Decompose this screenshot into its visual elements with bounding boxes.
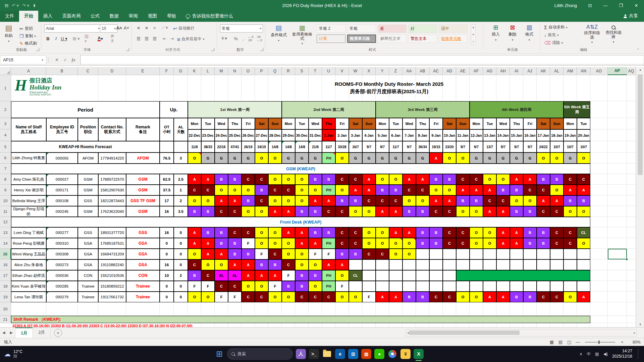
- shift-cell[interactable]: B: [349, 249, 362, 259]
- scroll-down-icon[interactable]: ▼: [636, 322, 644, 327]
- shift-cell[interactable]: PH: [322, 238, 335, 249]
- column-header-AO[interactable]: AO: [590, 67, 608, 75]
- volume-icon[interactable]: ◀): [603, 352, 608, 356]
- shift-cell[interactable]: [510, 249, 523, 259]
- day-header-cell[interactable]: Tue: [295, 118, 309, 129]
- shift-cell[interactable]: A: [496, 227, 510, 238]
- scroll-left-icon[interactable]: ◂: [407, 331, 409, 335]
- staff-remark-cell[interactable]: GSM: [126, 174, 160, 185]
- shift-cell[interactable]: B: [429, 238, 443, 249]
- shift-cell[interactable]: B: [228, 174, 241, 185]
- shift-cell[interactable]: G: [228, 153, 241, 164]
- shift-cell[interactable]: PH: [322, 270, 335, 281]
- shift-cell[interactable]: O: [577, 238, 590, 249]
- staff-position-cell[interactable]: AFOM: [78, 153, 98, 164]
- column-header-Z[interactable]: Z: [389, 67, 402, 75]
- shift-cell[interactable]: A: [282, 227, 295, 238]
- shift-cell[interactable]: B: [309, 174, 322, 185]
- shift-cell[interactable]: B: [402, 292, 416, 302]
- column-header-AE[interactable]: AE: [456, 67, 470, 75]
- row-header-11[interactable]: 11: [0, 206, 11, 217]
- shift-cell[interactable]: O: [456, 206, 470, 217]
- shift-cell[interactable]: A: [402, 227, 416, 238]
- staff-ot-cell[interactable]: 0: [160, 281, 174, 292]
- day-header-cell[interactable]: Wed: [402, 118, 416, 129]
- selection-fill-handle[interactable]: [626, 258, 628, 260]
- shift-cell[interactable]: F: [322, 249, 335, 259]
- shift-cell[interactable]: C: [550, 227, 564, 238]
- shift-cell[interactable]: A: [349, 185, 362, 195]
- shift-cell[interactable]: A: [362, 174, 376, 185]
- shift-cell[interactable]: [376, 270, 389, 281]
- shift-cell[interactable]: O: [255, 227, 268, 238]
- row-header-10[interactable]: 10: [0, 195, 11, 206]
- day-header-cell[interactable]: Sun: [362, 118, 376, 129]
- shift-cell[interactable]: G: [416, 153, 429, 164]
- date-header-cell[interactable]: 23-Dec: [201, 129, 215, 141]
- forecast-cell[interactable]: 36/34: [416, 141, 429, 153]
- date-header-cell[interactable]: 16-Jan: [523, 129, 537, 141]
- staff-remark-cell[interactable]: GSS TF GSM: [126, 195, 160, 206]
- row-header-8[interactable]: 8: [0, 174, 11, 185]
- shift-cell[interactable]: C: [215, 281, 228, 292]
- staff-ot-cell[interactable]: 10: [160, 270, 174, 281]
- shift-cell[interactable]: [577, 259, 590, 270]
- date-header-cell[interactable]: 25-Dec: [228, 129, 241, 141]
- row-header-19[interactable]: 19: [0, 292, 11, 302]
- up-header-cell[interactable]: Up.: [160, 101, 188, 118]
- column-header-AH[interactable]: AH: [496, 67, 510, 75]
- shift-cell[interactable]: C: [282, 185, 295, 195]
- forecast-cell[interactable]: 11/7: [322, 141, 335, 153]
- staff-remark-cell[interactable]: Trainee: [126, 281, 160, 292]
- shift-cell[interactable]: O: [362, 206, 376, 217]
- staff-id-cell[interactable]: 000245: [46, 206, 78, 217]
- shift-cell[interactable]: O: [268, 238, 282, 249]
- shift-cell[interactable]: O: [349, 292, 362, 302]
- shift-cell[interactable]: O: [577, 206, 590, 217]
- shift-cell[interactable]: [564, 259, 577, 270]
- sheet-nav-left-icon[interactable]: ◀: [0, 330, 7, 335]
- shift-cell[interactable]: O: [295, 259, 309, 270]
- column-header-AP[interactable]: AP: [608, 67, 627, 75]
- shift-cell[interactable]: O: [188, 153, 201, 164]
- shift-cell[interactable]: A: [429, 195, 443, 206]
- finance-app-icon[interactable]: ¥: [400, 349, 411, 359]
- date-header-cell[interactable]: 18-Jan: [550, 129, 564, 141]
- staff-id-cell[interactable]: 000027: [46, 174, 78, 185]
- date-header-cell[interactable]: 13-Jan: [483, 129, 496, 141]
- shift-cell[interactable]: O: [510, 195, 523, 206]
- date-header-cell[interactable]: 11-Jan: [456, 129, 470, 141]
- staff-position-cell[interactable]: GSA: [78, 238, 98, 249]
- shift-cell[interactable]: C: [523, 185, 537, 195]
- staff-name-cell[interactable]: Django Peng 彭琨皓: [11, 206, 46, 217]
- staff-contact-cell[interactable]: 16684731209: [98, 249, 126, 259]
- forecast-cell[interactable]: 9/7: [496, 141, 510, 153]
- shift-cell[interactable]: B: [295, 270, 309, 281]
- column-header-AD[interactable]: AD: [443, 67, 456, 75]
- staff-remark-cell[interactable]: AFOM: [126, 153, 160, 164]
- shift-cell[interactable]: A: [510, 227, 523, 238]
- staff-contact-cell[interactable]: 17685187531: [98, 238, 126, 249]
- shift-cell[interactable]: G: [470, 153, 483, 164]
- forecast-cell[interactable]: 24/22: [537, 141, 550, 153]
- staff-contact-cell[interactable]: 19117661732: [98, 292, 126, 302]
- staff-position-cell[interactable]: GSA: [78, 249, 98, 259]
- shift-cell[interactable]: O: [282, 249, 295, 259]
- shift-cell[interactable]: O: [335, 292, 349, 302]
- forecast-cell[interactable]: 19/15: [429, 141, 443, 153]
- shift-cell[interactable]: A: [282, 206, 295, 217]
- shift-cell[interactable]: [443, 281, 456, 292]
- shift-cell[interactable]: B: [295, 281, 309, 292]
- column-header-P[interactable]: P: [255, 67, 268, 75]
- staff-position-cell[interactable]: CON: [78, 270, 98, 281]
- date-header-cell[interactable]: 17-Jan: [537, 129, 550, 141]
- shift-cell[interactable]: O: [282, 238, 295, 249]
- shift-cell[interactable]: O: [456, 153, 470, 164]
- shift-cell[interactable]: O: [241, 185, 255, 195]
- shift-cell[interactable]: O: [255, 153, 268, 164]
- column-header-AB[interactable]: AB: [416, 67, 429, 75]
- shift-cell[interactable]: O: [188, 292, 201, 302]
- column-header-V[interactable]: V: [335, 67, 349, 75]
- day-header-cell[interactable]: Mon: [282, 118, 295, 129]
- shift-cell[interactable]: [537, 281, 550, 292]
